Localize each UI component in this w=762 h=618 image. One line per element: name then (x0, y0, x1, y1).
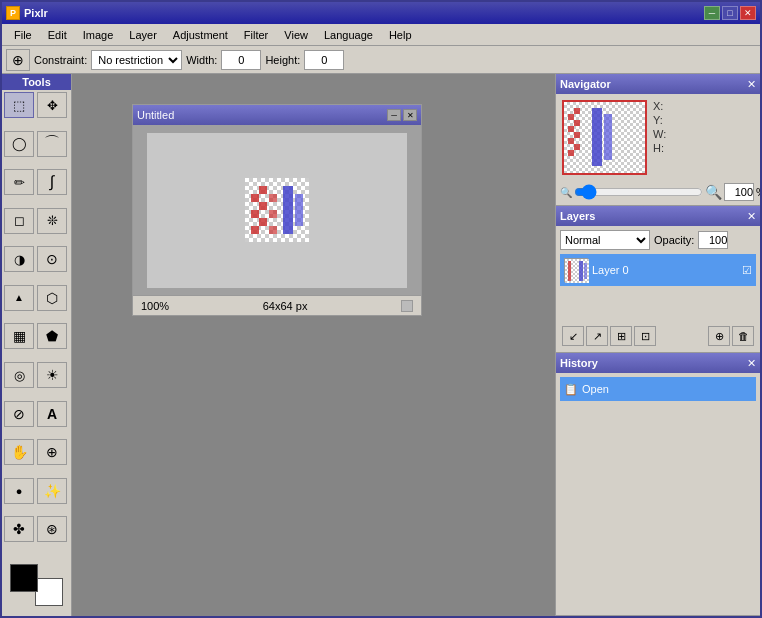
menu-help[interactable]: Help (381, 27, 420, 43)
constraint-select[interactable]: No restriction (91, 50, 182, 70)
history-item-open[interactable]: 📋 Open (560, 377, 756, 401)
tool-fx[interactable]: ✨ (37, 478, 67, 504)
tool-hand[interactable]: ✋ (4, 439, 34, 465)
layer-btn-delete[interactable]: 🗑 (732, 326, 754, 346)
tool-marquee-ellipse[interactable]: ◯ (4, 131, 34, 157)
width-label: Width: (186, 54, 217, 66)
menu-layer[interactable]: Layer (121, 27, 165, 43)
tool-brush[interactable]: ∫ (37, 169, 67, 195)
history-panel: History ✕ 📋 Open (556, 353, 760, 616)
canvas-resize-handle[interactable] (401, 300, 413, 312)
navigator-close[interactable]: ✕ (747, 78, 756, 91)
zoom-slider[interactable] (574, 185, 703, 199)
main-area: Tools ⬚ ✥ ◯ ⌒ ✏ ∫ ◻ ❊ ◑ ⊙ ▲ ⬡ (2, 74, 760, 616)
tools-grid: ⬚ ✥ ◯ ⌒ ✏ ∫ ◻ ❊ ◑ ⊙ ▲ ⬡ ▦ ⬟ (2, 90, 71, 556)
minimize-button[interactable]: ─ (704, 6, 720, 20)
layers-close[interactable]: ✕ (747, 210, 756, 223)
svg-rect-6 (259, 202, 267, 210)
tool-marquee-rect[interactable]: ⬚ (4, 92, 34, 118)
svg-rect-26 (568, 150, 574, 156)
layer-name: Layer 0 (592, 264, 738, 276)
options-toolbar: ⊕ Constraint: No restriction Width: Heig… (2, 46, 760, 74)
tool-select-color[interactable]: ⬡ (37, 285, 67, 311)
layer-thumbnail (564, 258, 588, 282)
tool-eye[interactable]: ● (4, 478, 34, 504)
history-close[interactable]: ✕ (747, 357, 756, 370)
layers-content: Normal Opacity: (556, 226, 760, 352)
layer-btn-duplicate[interactable]: ⊞ (610, 326, 632, 346)
zoom-input[interactable] (724, 183, 754, 201)
zoom-out-icon: 🔍 (560, 187, 572, 198)
canvas-inner[interactable] (147, 133, 407, 288)
canvas-window: Untitled ─ ✕ (132, 104, 422, 316)
svg-rect-12 (269, 194, 277, 202)
svg-rect-9 (251, 226, 259, 234)
tool-zoom[interactable]: ⊕ (37, 439, 67, 465)
menu-image[interactable]: Image (75, 27, 122, 43)
layer-btn-group[interactable]: ⊡ (634, 326, 656, 346)
tool-burn[interactable]: ☀ (37, 362, 67, 388)
nav-x-label: X: (653, 100, 663, 112)
tool-eyedropper[interactable]: ⊘ (4, 401, 34, 427)
background-color[interactable] (35, 578, 63, 606)
menu-filter[interactable]: Filter (236, 27, 276, 43)
tool-lasso[interactable]: ⌒ (37, 131, 67, 157)
tool-paint-bucket[interactable]: ⬟ (37, 323, 67, 349)
layer-btn-move-down[interactable]: ↙ (562, 326, 584, 346)
layer-btn-add[interactable]: ⊕ (708, 326, 730, 346)
layers-footer: ↙ ↗ ⊞ ⊡ ⊕ 🗑 (560, 324, 756, 348)
tool-sharpen[interactable]: ▲ (4, 285, 34, 311)
canvas-close[interactable]: ✕ (403, 109, 417, 121)
svg-rect-5 (251, 194, 259, 202)
layer-btn-move-up[interactable]: ↗ (586, 326, 608, 346)
svg-rect-7 (251, 210, 259, 218)
history-content: 📋 Open (556, 373, 760, 498)
canvas-image (245, 178, 309, 242)
menu-adjustment[interactable]: Adjustment (165, 27, 236, 43)
navigator-title: Navigator (560, 78, 611, 90)
foreground-color[interactable] (10, 564, 38, 592)
layers-controls: Normal Opacity: (560, 230, 756, 250)
navigator-title-bar: Navigator ✕ (556, 74, 760, 94)
layer-visibility-checkbox[interactable]: ☑ (742, 264, 752, 277)
history-title: History (560, 357, 598, 369)
tool-tag[interactable]: ⊛ (37, 516, 67, 542)
menu-file[interactable]: File (6, 27, 40, 43)
zoom-percent-label: % (756, 186, 760, 198)
menu-view[interactable]: View (276, 27, 316, 43)
tool-text[interactable]: A (37, 401, 67, 427)
menu-edit[interactable]: Edit (40, 27, 75, 43)
tool-dodge[interactable]: ◑ (4, 246, 34, 272)
layer-item[interactable]: Layer 0 ☑ (560, 254, 756, 286)
width-input[interactable] (221, 50, 261, 70)
toolbar-tool-icon[interactable]: ⊕ (6, 49, 30, 71)
tool-transform[interactable]: ✤ (4, 516, 34, 542)
close-button[interactable]: ✕ (740, 6, 756, 20)
constraint-label: Constraint: (34, 54, 87, 66)
menu-language[interactable]: Language (316, 27, 381, 43)
tool-pencil[interactable]: ✏ (4, 169, 34, 195)
tool-clone[interactable]: ❊ (37, 208, 67, 234)
layer-thumb-image (565, 259, 589, 283)
tool-move[interactable]: ✥ (37, 92, 67, 118)
navigator-preview[interactable] (562, 100, 647, 175)
svg-rect-22 (568, 126, 574, 132)
svg-rect-27 (592, 108, 602, 166)
height-label: Height: (265, 54, 300, 66)
tool-gradient[interactable]: ▦ (4, 323, 34, 349)
height-input[interactable] (304, 50, 344, 70)
maximize-button[interactable]: □ (722, 6, 738, 20)
tool-eraser[interactable]: ◻ (4, 208, 34, 234)
blend-mode-select[interactable]: Normal (560, 230, 650, 250)
nav-y-label: Y: (653, 114, 663, 126)
opacity-label: Opacity: (654, 234, 694, 246)
canvas-title-bar: Untitled ─ ✕ (133, 105, 421, 125)
svg-rect-23 (574, 132, 580, 138)
svg-rect-24 (568, 138, 574, 144)
nav-x-row: X: (653, 100, 668, 112)
tool-blur[interactable]: ◎ (4, 362, 34, 388)
tool-smudge[interactable]: ⊙ (37, 246, 67, 272)
canvas-minimize[interactable]: ─ (387, 109, 401, 121)
opacity-input[interactable] (698, 231, 728, 249)
svg-rect-35 (584, 263, 587, 279)
